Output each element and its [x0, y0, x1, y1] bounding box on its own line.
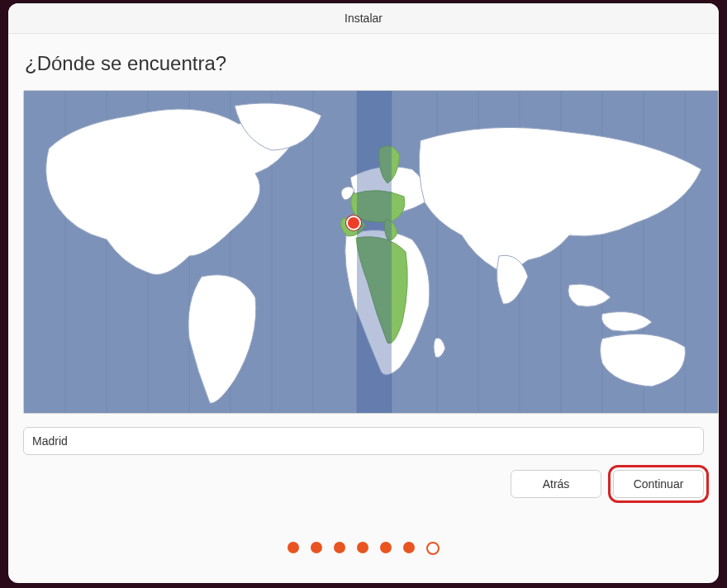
progress-dot — [357, 542, 368, 553]
installer-window: Instalar ¿Dónde se encuentra? — [8, 3, 719, 583]
progress-dot — [426, 542, 440, 555]
progress-dot — [287, 542, 299, 553]
continue-button[interactable]: Continuar — [613, 470, 704, 498]
progress-dot — [403, 542, 415, 553]
progress-dot — [311, 542, 322, 553]
window-titlebar: Instalar — [8, 3, 719, 34]
timezone-map[interactable] — [23, 90, 719, 414]
location-pin-icon — [346, 216, 361, 230]
wizard-button-row: Atrás Continuar — [23, 470, 704, 498]
location-field — [23, 427, 704, 455]
selected-timezone-band — [357, 91, 392, 413]
progress-dot — [334, 542, 345, 553]
progress-dot — [380, 542, 392, 553]
progress-dots — [8, 542, 719, 555]
window-title: Instalar — [344, 12, 383, 25]
back-button[interactable]: Atrás — [511, 470, 601, 498]
location-input[interactable] — [23, 427, 704, 455]
page-title: ¿Dónde se encuentra? — [25, 52, 702, 75]
content-area: ¿Dónde se encuentra? — [8, 52, 719, 498]
